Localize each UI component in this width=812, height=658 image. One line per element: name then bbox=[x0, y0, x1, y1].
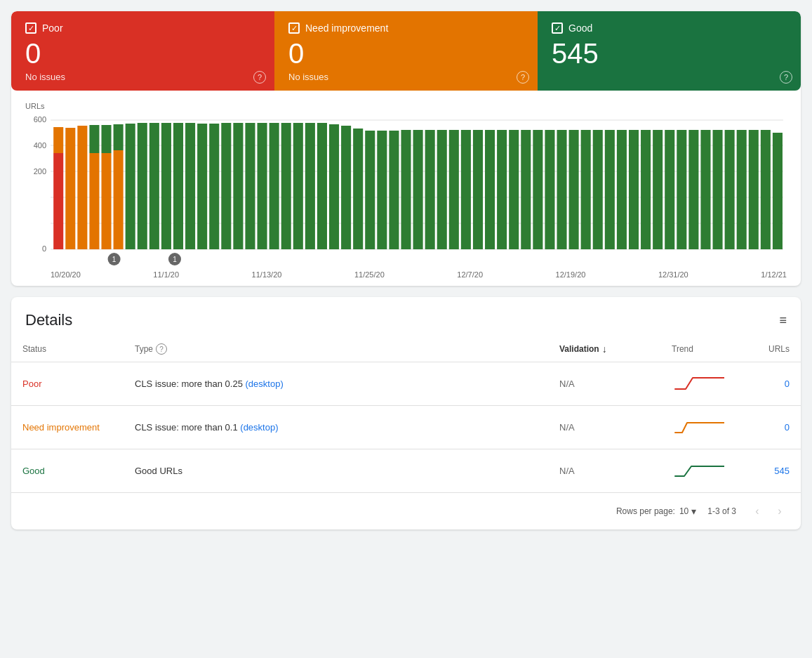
svg-rect-41 bbox=[377, 131, 387, 249]
svg-rect-34 bbox=[293, 123, 303, 249]
svg-rect-50 bbox=[485, 130, 495, 249]
row-good-status: Good bbox=[11, 449, 124, 493]
svg-rect-31 bbox=[258, 123, 267, 249]
rows-per-page-label: Rows per page: bbox=[616, 506, 675, 516]
col-header-type: Type ? bbox=[124, 336, 548, 362]
svg-rect-56 bbox=[557, 130, 566, 249]
svg-rect-13 bbox=[77, 126, 87, 249]
col-header-validation[interactable]: Validation ↓ bbox=[548, 336, 660, 362]
table-row: Need improvement CLS issue: more than 0.… bbox=[11, 406, 801, 449]
svg-rect-42 bbox=[389, 131, 399, 249]
table-row: Poor CLS issue: more than 0.25 (desktop)… bbox=[11, 362, 801, 406]
page-info: 1-3 of 3 bbox=[707, 506, 736, 516]
svg-rect-51 bbox=[497, 130, 507, 249]
x-label-3: 11/25/20 bbox=[354, 270, 385, 279]
row-good-urls: 545 bbox=[745, 449, 801, 493]
tile-need-value: 0 bbox=[288, 38, 524, 69]
svg-rect-21 bbox=[138, 123, 147, 249]
filter-icon[interactable]: ≡ bbox=[779, 313, 787, 328]
svg-rect-28 bbox=[221, 123, 231, 249]
svg-rect-15 bbox=[89, 125, 99, 153]
row-need-validation: N/A bbox=[548, 406, 660, 449]
svg-rect-25 bbox=[185, 123, 195, 249]
row-need-status: Need improvement bbox=[11, 406, 124, 449]
svg-rect-65 bbox=[665, 130, 674, 249]
row-poor-type: CLS issue: more than 0.25 (desktop) bbox=[124, 362, 548, 406]
tile-need: ✓ Need improvement 0 No issues ? bbox=[274, 11, 538, 91]
svg-rect-63 bbox=[641, 130, 651, 249]
chart-y-label: URLs bbox=[25, 102, 787, 110]
chart-svg: 600 400 200 0 bbox=[25, 113, 787, 268]
tile-good: ✓ Good 545 ? bbox=[538, 11, 801, 91]
svg-rect-70 bbox=[725, 130, 735, 249]
svg-rect-14 bbox=[89, 153, 99, 249]
svg-rect-72 bbox=[749, 130, 759, 249]
tile-good-header: ✓ Good bbox=[552, 22, 787, 34]
rows-per-page: Rows per page: 10 ▾ bbox=[616, 506, 696, 517]
tile-poor-subtitle: No issues bbox=[25, 72, 260, 82]
details-title: Details bbox=[25, 311, 72, 329]
tile-need-checkbox[interactable]: ✓ bbox=[288, 22, 300, 34]
svg-rect-24 bbox=[173, 123, 183, 249]
type-help-icon[interactable]: ? bbox=[156, 343, 167, 355]
tile-good-checkbox[interactable]: ✓ bbox=[552, 22, 563, 34]
svg-rect-10 bbox=[53, 153, 63, 249]
svg-rect-40 bbox=[365, 131, 375, 249]
chevron-down-icon: ▾ bbox=[691, 506, 696, 517]
row-poor-validation: N/A bbox=[548, 362, 660, 406]
svg-rect-52 bbox=[509, 130, 519, 249]
svg-rect-35 bbox=[305, 123, 315, 249]
chart-x-labels: 10/20/20 11/1/20 11/13/20 11/25/20 12/7/… bbox=[25, 270, 787, 279]
svg-rect-46 bbox=[437, 130, 447, 249]
chart-container: 600 400 200 0 bbox=[25, 113, 787, 268]
row-poor-urls: 0 bbox=[745, 362, 801, 406]
svg-text:1: 1 bbox=[112, 256, 117, 263]
row-need-urls: 0 bbox=[745, 406, 801, 449]
svg-rect-71 bbox=[737, 130, 747, 249]
svg-rect-49 bbox=[473, 130, 483, 249]
rows-per-page-value: 10 bbox=[679, 506, 688, 516]
svg-text:400: 400 bbox=[34, 141, 46, 150]
svg-rect-22 bbox=[149, 123, 159, 249]
svg-rect-60 bbox=[605, 130, 615, 249]
svg-rect-54 bbox=[533, 130, 543, 249]
svg-rect-17 bbox=[102, 125, 112, 153]
status-tiles: ✓ Poor 0 No issues ? ✓ Need improvement … bbox=[11, 11, 801, 91]
svg-rect-69 bbox=[713, 130, 723, 249]
tile-poor: ✓ Poor 0 No issues ? bbox=[11, 11, 274, 91]
svg-rect-48 bbox=[461, 130, 471, 249]
svg-rect-74 bbox=[773, 133, 783, 249]
tile-need-help-icon[interactable]: ? bbox=[517, 71, 529, 84]
svg-rect-29 bbox=[233, 123, 243, 249]
details-header: Details ≡ bbox=[11, 297, 801, 336]
svg-rect-12 bbox=[65, 128, 75, 249]
svg-rect-55 bbox=[545, 130, 554, 249]
row-good-type: Good URLs bbox=[124, 449, 548, 493]
prev-page-button[interactable]: ‹ bbox=[747, 501, 767, 521]
svg-rect-18 bbox=[114, 150, 124, 249]
rows-select[interactable]: 10 ▾ bbox=[679, 506, 696, 517]
svg-rect-73 bbox=[761, 130, 771, 249]
tile-need-label: Need improvement bbox=[305, 22, 388, 34]
tile-poor-help-icon[interactable]: ? bbox=[253, 71, 266, 84]
svg-rect-66 bbox=[677, 130, 686, 249]
tile-poor-value: 0 bbox=[25, 38, 260, 69]
tile-need-header: ✓ Need improvement bbox=[288, 22, 524, 34]
row-good-trend bbox=[660, 449, 745, 493]
x-label-2: 11/13/20 bbox=[252, 270, 282, 279]
svg-rect-36 bbox=[317, 123, 327, 249]
details-card: Details ≡ Status Type ? Validation ↓ bbox=[11, 297, 801, 529]
sort-arrow-icon: ↓ bbox=[602, 343, 607, 355]
x-label-0: 10/20/20 bbox=[51, 270, 81, 279]
tile-poor-checkbox[interactable]: ✓ bbox=[25, 22, 36, 34]
x-label-5: 12/19/20 bbox=[556, 270, 586, 279]
svg-rect-39 bbox=[353, 129, 363, 249]
x-label-4: 12/7/20 bbox=[457, 270, 483, 279]
svg-rect-44 bbox=[413, 130, 423, 249]
x-label-6: 12/31/20 bbox=[658, 270, 688, 279]
col-header-status: Status bbox=[11, 336, 124, 362]
x-label-1: 11/1/20 bbox=[153, 270, 179, 279]
tile-good-help-icon[interactable]: ? bbox=[780, 71, 792, 84]
next-page-button[interactable]: › bbox=[770, 501, 790, 521]
svg-rect-20 bbox=[126, 124, 135, 249]
